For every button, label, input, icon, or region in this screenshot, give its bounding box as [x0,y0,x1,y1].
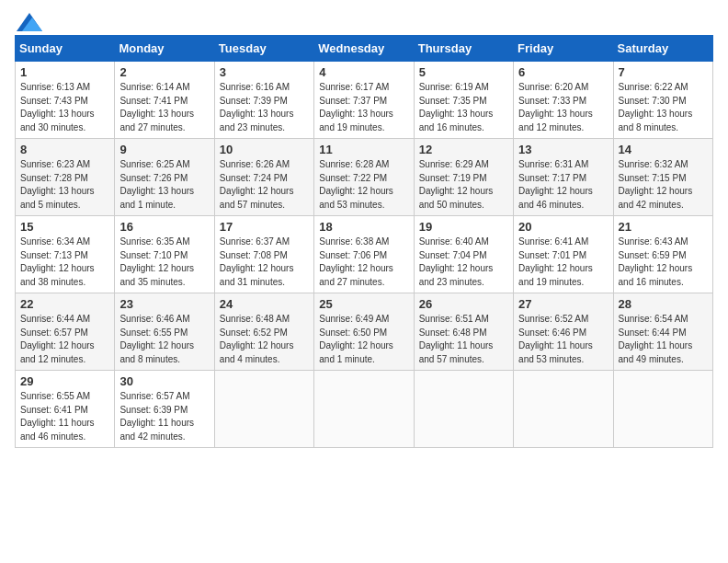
calendar-week-row: 15Sunrise: 6:34 AMSunset: 7:13 PMDayligh… [16,216,713,293]
day-number: 26 [419,297,508,311]
day-number: 25 [319,297,408,311]
header-saturday: Saturday [613,36,712,62]
day-info: Sunrise: 6:32 AMSunset: 7:15 PMDaylight:… [619,158,708,212]
day-number: 5 [419,65,508,79]
day-info: Sunrise: 6:25 AMSunset: 7:26 PMDaylight:… [119,158,209,212]
day-info: Sunrise: 6:37 AMSunset: 7:08 PMDaylight:… [220,236,309,289]
day-number: 23 [119,297,209,311]
calendar-cell: 24Sunrise: 6:48 AMSunset: 6:52 PMDayligh… [214,293,313,371]
day-info: Sunrise: 6:14 AMSunset: 7:41 PMDaylight:… [119,81,209,134]
calendar-table: SundayMondayTuesdayWednesdayThursdayFrid… [15,35,713,448]
day-number: 8 [20,143,109,156]
calendar-cell: 4Sunrise: 6:17 AMSunset: 7:37 PMDaylight… [314,62,414,139]
header-friday: Friday [514,36,613,62]
day-info: Sunrise: 6:54 AMSunset: 6:44 PMDaylight:… [619,313,708,366]
calendar-week-row: 8Sunrise: 6:23 AMSunset: 7:28 PMDaylight… [16,139,713,216]
day-number: 16 [119,220,209,234]
calendar-cell: 19Sunrise: 6:40 AMSunset: 7:04 PMDayligh… [414,216,513,293]
header-thursday: Thursday [414,36,513,62]
logo [15,15,42,29]
calendar-cell [214,371,313,448]
day-info: Sunrise: 6:48 AMSunset: 6:52 PMDaylight:… [220,313,309,366]
day-number: 19 [419,220,508,234]
day-number: 10 [220,143,309,156]
day-info: Sunrise: 6:20 AMSunset: 7:33 PMDaylight:… [518,81,608,134]
day-info: Sunrise: 6:57 AMSunset: 6:39 PMDaylight:… [119,390,209,443]
calendar-cell: 10Sunrise: 6:26 AMSunset: 7:24 PMDayligh… [214,139,313,216]
calendar-cell [514,371,613,448]
day-info: Sunrise: 6:44 AMSunset: 6:57 PMDaylight:… [20,313,109,366]
day-info: Sunrise: 6:55 AMSunset: 6:41 PMDaylight:… [20,390,109,443]
day-info: Sunrise: 6:26 AMSunset: 7:24 PMDaylight:… [220,158,309,212]
header-sunday: Sunday [16,36,115,62]
day-number: 24 [220,297,309,311]
day-number: 18 [319,220,408,234]
day-info: Sunrise: 6:34 AMSunset: 7:13 PMDaylight:… [20,236,109,289]
day-info: Sunrise: 6:22 AMSunset: 7:30 PMDaylight:… [619,81,708,134]
day-info: Sunrise: 6:19 AMSunset: 7:35 PMDaylight:… [419,81,508,134]
calendar-cell: 29Sunrise: 6:55 AMSunset: 6:41 PMDayligh… [16,371,115,448]
calendar-cell: 22Sunrise: 6:44 AMSunset: 6:57 PMDayligh… [16,293,115,371]
day-number: 30 [119,374,209,388]
calendar-cell: 1Sunrise: 6:13 AMSunset: 7:43 PMDaylight… [16,62,115,139]
day-number: 21 [619,220,708,234]
calendar-cell: 11Sunrise: 6:28 AMSunset: 7:22 PMDayligh… [314,139,414,216]
day-number: 15 [20,220,109,234]
calendar-cell: 28Sunrise: 6:54 AMSunset: 6:44 PMDayligh… [613,293,712,371]
day-info: Sunrise: 6:35 AMSunset: 7:10 PMDaylight:… [119,236,209,289]
day-info: Sunrise: 6:43 AMSunset: 6:59 PMDaylight:… [619,236,708,289]
calendar-cell: 8Sunrise: 6:23 AMSunset: 7:28 PMDaylight… [16,139,115,216]
day-info: Sunrise: 6:46 AMSunset: 6:55 PMDaylight:… [119,313,209,366]
calendar-cell: 7Sunrise: 6:22 AMSunset: 7:30 PMDaylight… [613,62,712,139]
day-number: 2 [119,65,209,79]
calendar-cell: 3Sunrise: 6:16 AMSunset: 7:39 PMDaylight… [214,62,313,139]
calendar-cell: 27Sunrise: 6:52 AMSunset: 6:46 PMDayligh… [514,293,613,371]
day-info: Sunrise: 6:31 AMSunset: 7:17 PMDaylight:… [518,158,608,212]
header-wednesday: Wednesday [314,36,414,62]
day-number: 1 [20,65,109,79]
day-info: Sunrise: 6:28 AMSunset: 7:22 PMDaylight:… [319,158,408,212]
calendar-week-row: 22Sunrise: 6:44 AMSunset: 6:57 PMDayligh… [16,293,713,371]
calendar-cell: 21Sunrise: 6:43 AMSunset: 6:59 PMDayligh… [613,216,712,293]
calendar-cell: 17Sunrise: 6:37 AMSunset: 7:08 PMDayligh… [214,216,313,293]
calendar-cell: 20Sunrise: 6:41 AMSunset: 7:01 PMDayligh… [514,216,613,293]
day-number: 28 [619,297,708,311]
calendar-cell [314,371,414,448]
calendar-week-row: 1Sunrise: 6:13 AMSunset: 7:43 PMDaylight… [16,62,713,139]
day-info: Sunrise: 6:38 AMSunset: 7:06 PMDaylight:… [319,236,408,289]
page-header [15,15,713,29]
calendar-cell: 12Sunrise: 6:29 AMSunset: 7:19 PMDayligh… [414,139,513,216]
day-info: Sunrise: 6:13 AMSunset: 7:43 PMDaylight:… [20,81,109,134]
calendar-cell [414,371,513,448]
day-info: Sunrise: 6:40 AMSunset: 7:04 PMDaylight:… [419,236,508,289]
day-number: 4 [319,65,408,79]
day-info: Sunrise: 6:16 AMSunset: 7:39 PMDaylight:… [220,81,309,134]
day-number: 17 [220,220,309,234]
day-info: Sunrise: 6:17 AMSunset: 7:37 PMDaylight:… [319,81,408,134]
day-info: Sunrise: 6:52 AMSunset: 6:46 PMDaylight:… [518,313,608,366]
day-number: 9 [119,143,209,156]
day-number: 6 [518,65,608,79]
calendar-cell: 14Sunrise: 6:32 AMSunset: 7:15 PMDayligh… [613,139,712,216]
day-number: 20 [518,220,608,234]
calendar-cell: 5Sunrise: 6:19 AMSunset: 7:35 PMDaylight… [414,62,513,139]
day-number: 11 [319,143,408,156]
calendar-cell: 15Sunrise: 6:34 AMSunset: 7:13 PMDayligh… [16,216,115,293]
day-number: 12 [419,143,508,156]
day-info: Sunrise: 6:51 AMSunset: 6:48 PMDaylight:… [419,313,508,366]
calendar-cell: 6Sunrise: 6:20 AMSunset: 7:33 PMDaylight… [514,62,613,139]
day-number: 22 [20,297,109,311]
calendar-cell: 30Sunrise: 6:57 AMSunset: 6:39 PMDayligh… [115,371,214,448]
calendar-cell: 16Sunrise: 6:35 AMSunset: 7:10 PMDayligh… [115,216,214,293]
day-number: 27 [518,297,608,311]
calendar-cell: 26Sunrise: 6:51 AMSunset: 6:48 PMDayligh… [414,293,513,371]
header-monday: Monday [115,36,214,62]
day-number: 7 [619,65,708,79]
calendar-cell: 25Sunrise: 6:49 AMSunset: 6:50 PMDayligh… [314,293,414,371]
day-info: Sunrise: 6:41 AMSunset: 7:01 PMDaylight:… [518,236,608,289]
calendar-cell: 18Sunrise: 6:38 AMSunset: 7:06 PMDayligh… [314,216,414,293]
calendar-header-row: SundayMondayTuesdayWednesdayThursdayFrid… [16,36,713,62]
day-number: 29 [20,374,109,388]
calendar-cell [613,371,712,448]
day-number: 3 [220,65,309,79]
